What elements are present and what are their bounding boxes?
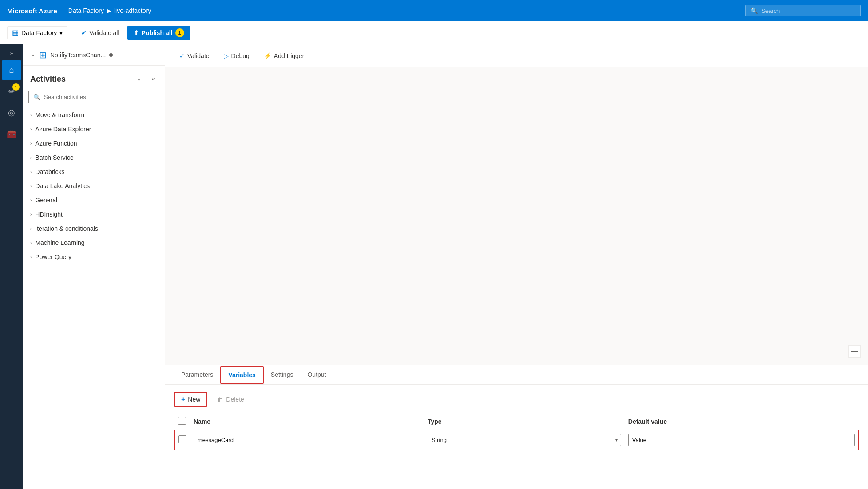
add-trigger-button[interactable]: ⚡ Add trigger	[258, 50, 309, 62]
search-icon: 🔍	[33, 94, 40, 100]
df-icon: ▦	[12, 28, 19, 37]
activity-group-data-lake-analytics[interactable]: › Data Lake Analytics	[23, 179, 165, 193]
variable-type-select-wrap: String Boolean Array ▾	[428, 434, 621, 446]
publish-all-button[interactable]: ⬆ Publish all 1	[127, 26, 190, 40]
pencil-badge: 1	[12, 83, 20, 91]
variable-name-cell	[190, 430, 424, 450]
delete-variable-button[interactable]: 🗑 Delete	[211, 393, 250, 406]
validate-button[interactable]: ✓ Validate	[174, 50, 215, 62]
collapse-btn[interactable]: ⌄	[133, 73, 145, 85]
plus-icon: +	[181, 395, 185, 403]
top-bar: Microsoft Azure Data Factory ▶ live-adfa…	[0, 0, 868, 21]
validate-check-icon: ✓	[179, 52, 185, 59]
data-factory-button[interactable]: ▦ Data Factory ▾	[7, 26, 67, 39]
group-label: HDInsight	[35, 211, 62, 218]
variables-panel: + New 🗑 Delete	[165, 385, 868, 489]
activity-groups-list: › Move & transform › Azure Data Explorer…	[23, 108, 165, 264]
new-variable-button[interactable]: + New	[174, 392, 207, 407]
activity-group-general[interactable]: › General	[23, 193, 165, 207]
home-nav-button[interactable]: ⌂	[2, 60, 21, 80]
content-area: ✓ Validate ▷ Debug ⚡ Add trigger — Param…	[165, 44, 868, 489]
search-input[interactable]	[761, 8, 856, 14]
activity-group-azure-function[interactable]: › Azure Function	[23, 136, 165, 150]
group-label: Data Lake Analytics	[35, 182, 90, 189]
breadcrumb-df: Data Factory	[68, 7, 104, 14]
group-label: Iteration & conditionals	[35, 225, 98, 232]
toolbox-nav-button[interactable]: 🧰	[2, 124, 21, 144]
group-label: General	[35, 197, 57, 204]
activity-group-batch-service[interactable]: › Batch Service	[23, 150, 165, 165]
df-label: Data Factory	[21, 29, 57, 36]
variable-type-cell: String Boolean Array ▾	[424, 430, 625, 450]
group-label: Azure Data Explorer	[35, 126, 91, 133]
tab-variables[interactable]: Variables	[220, 366, 264, 384]
home-icon: ⌂	[9, 66, 14, 75]
activities-header: Activities ⌄ «	[23, 66, 165, 89]
row-checkbox-cell	[174, 430, 190, 450]
activity-group-azure-data-explorer[interactable]: › Azure Data Explorer	[23, 122, 165, 136]
debug-button[interactable]: ▷ Debug	[218, 50, 255, 62]
pipeline-title: NotifiyTeamsChan...	[50, 51, 106, 59]
search-icon: 🔍	[750, 7, 758, 14]
col-type-header: Type	[424, 413, 625, 430]
activities-search-box[interactable]: 🔍	[28, 91, 159, 103]
monitor-nav-button[interactable]: ◎	[2, 103, 21, 122]
validate-icon: ✔	[81, 29, 87, 36]
chevron-right-icon: ›	[30, 170, 32, 174]
group-label: Azure Function	[35, 140, 77, 147]
variable-name-input[interactable]	[194, 434, 420, 446]
tabs-row: Parameters Variables Settings Output	[165, 365, 868, 385]
validate-all-button[interactable]: ✔ Validate all	[75, 27, 125, 39]
icon-bar: » ⌂ ✏ 1 ◎ 🧰	[0, 44, 23, 489]
activity-group-hdinsight[interactable]: › HDInsight	[23, 207, 165, 221]
chevron-right-icon: ›	[30, 155, 32, 160]
debug-icon: ▷	[224, 52, 229, 59]
chevron-right-icon: ›	[30, 141, 32, 146]
activity-group-power-query[interactable]: › Power Query	[23, 250, 165, 264]
zoom-minus-button[interactable]: —	[848, 345, 861, 358]
main-toolbar: ▦ Data Factory ▾ ✔ Validate all ⬆ Publis…	[0, 21, 868, 44]
activity-group-move-transform[interactable]: › Move & transform	[23, 108, 165, 122]
top-bar-divider	[63, 5, 63, 16]
top-search[interactable]: 🔍	[745, 5, 861, 16]
variables-table: Name Type Default value	[174, 413, 859, 450]
activities-sidebar: » ⊞ NotifiyTeamsChan... Activities ⌄ « 🔍…	[23, 44, 165, 489]
chevron-right-icon: ›	[30, 127, 32, 132]
chevron-right-icon: ›	[30, 198, 32, 203]
pipeline-icon: ⊞	[39, 50, 47, 60]
group-label: Power Query	[35, 253, 71, 260]
tab-parameters[interactable]: Parameters	[174, 367, 220, 383]
pipeline-canvas[interactable]: —	[165, 67, 868, 365]
variable-default-cell	[625, 430, 859, 450]
breadcrumb: Data Factory ▶ live-adfactory	[68, 7, 151, 14]
select-all-checkbox[interactable]	[178, 417, 186, 425]
publish-badge: 1	[175, 28, 184, 37]
breadcrumb-factory: live-adfactory	[114, 7, 151, 14]
select-all-header	[174, 413, 190, 430]
trigger-icon: ⚡	[264, 52, 271, 59]
expand-button[interactable]: »	[2, 48, 21, 59]
activity-group-databricks[interactable]: › Databricks	[23, 165, 165, 179]
activity-group-iteration-conditionals[interactable]: › Iteration & conditionals	[23, 221, 165, 236]
tab-output[interactable]: Output	[300, 367, 333, 383]
variable-default-input[interactable]	[628, 434, 855, 446]
unsaved-indicator	[109, 53, 113, 57]
pencil-nav-button[interactable]: ✏ 1	[2, 82, 21, 101]
breadcrumb-arrow: ▶	[107, 7, 111, 14]
bottom-panel: Parameters Variables Settings Output + N…	[165, 365, 868, 489]
variable-type-select[interactable]: String Boolean Array	[428, 434, 621, 446]
chevron-right-icon: ›	[30, 184, 32, 189]
expand-all-btn[interactable]: «	[147, 73, 159, 85]
group-label: Move & transform	[35, 111, 84, 118]
panel-expand-button[interactable]: »	[27, 49, 39, 61]
chevron-right-icon: ›	[30, 255, 32, 260]
activity-group-machine-learning[interactable]: › Machine Learning	[23, 236, 165, 250]
chevron-right-icon: ›	[30, 226, 32, 231]
trash-icon: 🗑	[217, 396, 223, 403]
chevron-right-icon: ›	[30, 212, 32, 217]
activities-title: Activities	[30, 75, 66, 84]
tab-settings[interactable]: Settings	[264, 367, 301, 383]
row-checkbox[interactable]	[178, 435, 186, 443]
monitor-icon: ◎	[8, 108, 15, 118]
activities-search-input[interactable]	[44, 94, 155, 100]
